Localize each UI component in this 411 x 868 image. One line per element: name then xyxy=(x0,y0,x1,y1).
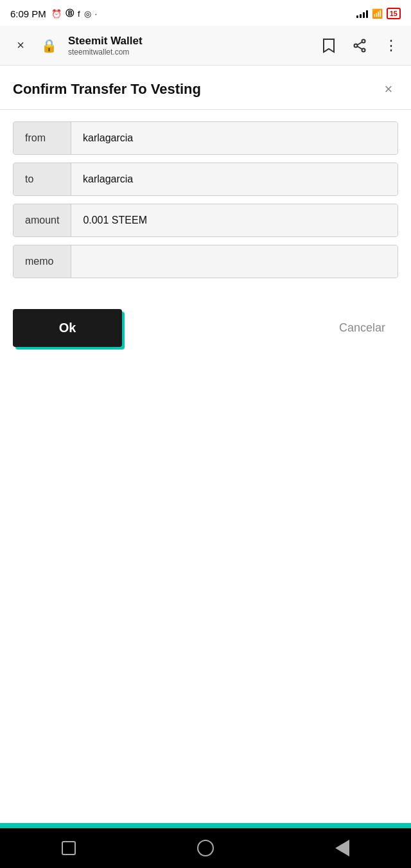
browser-title-area: Steemit Wallet steemitwallet.com xyxy=(68,35,310,57)
wifi-icon: 📶 xyxy=(372,8,383,19)
amount-value: 0.001 STEEM xyxy=(71,204,398,236)
status-bar: 6:09 PM ⏰ Ⓑ f ◎ · 📶 15 xyxy=(0,0,411,26)
bookmark-button[interactable] xyxy=(319,35,339,56)
memo-value[interactable] xyxy=(71,245,398,278)
ok-button[interactable]: Ok xyxy=(13,309,122,347)
to-value: karlagarcia xyxy=(71,163,398,195)
nav-triangle-icon xyxy=(335,840,349,856)
svg-point-1 xyxy=(362,48,365,51)
signal-bar-3 xyxy=(363,12,365,18)
dialog-close-button[interactable]: × xyxy=(379,80,398,99)
signal-bars xyxy=(356,9,368,18)
more-menu-icon: ⋮ xyxy=(384,37,398,54)
browser-chrome: × 🔒 Steemit Wallet steemitwallet.com ⋮ xyxy=(0,26,411,66)
dialog-title: Confirm Transfer To Vesting xyxy=(13,81,201,98)
browser-right-controls: ⋮ xyxy=(319,35,401,56)
status-bar-left: 6:09 PM ⏰ Ⓑ f ◎ · xyxy=(10,8,97,19)
form-area: from karlagarcia to karlagarcia amount 0… xyxy=(0,110,411,297)
from-field-row: from karlagarcia xyxy=(13,121,398,155)
browser-title: Steemit Wallet xyxy=(68,35,143,48)
nav-home-button[interactable] xyxy=(194,837,217,860)
status-bar-right: 📶 15 xyxy=(356,8,401,19)
alarm-icon: ⏰ xyxy=(51,9,62,19)
time-display: 6:09 PM xyxy=(10,8,46,19)
status-icons: ⏰ Ⓑ f ◎ · xyxy=(51,8,97,19)
button-area: Ok Cancelar xyxy=(0,297,411,360)
signal-bar-4 xyxy=(366,10,368,18)
page-spacer xyxy=(0,360,411,437)
page-content: Confirm Transfer To Vesting × from karla… xyxy=(0,66,411,437)
android-nav-bar xyxy=(0,828,411,868)
bookmark-icon xyxy=(322,38,336,53)
from-value: karlagarcia xyxy=(71,122,398,154)
nav-recent-button[interactable] xyxy=(57,837,80,860)
memo-field-row: memo xyxy=(13,245,398,278)
b-icon: Ⓑ xyxy=(66,8,74,19)
from-label: from xyxy=(13,122,71,154)
share-button[interactable] xyxy=(349,35,370,56)
cancel-button[interactable]: Cancelar xyxy=(326,315,398,341)
bottom-teal-bar xyxy=(0,823,411,828)
to-field-row: to karlagarcia xyxy=(13,163,398,196)
share-icon xyxy=(353,39,367,53)
amount-label: amount xyxy=(13,204,71,236)
svg-point-0 xyxy=(362,39,365,42)
close-button[interactable]: × xyxy=(10,35,31,56)
battery-indicator: 15 xyxy=(387,8,401,19)
browser-left-controls: × 🔒 xyxy=(10,35,59,56)
svg-point-2 xyxy=(354,44,358,47)
nav-back-button[interactable] xyxy=(331,837,354,860)
more-menu-button[interactable]: ⋮ xyxy=(380,35,401,56)
browser-subtitle: steemitwallet.com xyxy=(68,48,129,57)
facebook-icon: f xyxy=(78,9,80,19)
lock-icon: 🔒 xyxy=(39,35,59,56)
svg-line-3 xyxy=(357,42,362,45)
to-label: to xyxy=(13,163,71,195)
amount-field-row: amount 0.001 STEEM xyxy=(13,204,398,237)
dialog-header: Confirm Transfer To Vesting × xyxy=(0,66,411,110)
dot-icon: · xyxy=(95,9,98,19)
svg-line-4 xyxy=(357,46,362,49)
memo-label: memo xyxy=(13,245,71,278)
signal-bar-1 xyxy=(356,15,358,18)
nav-circle-icon xyxy=(197,840,214,856)
nav-square-icon xyxy=(62,841,76,855)
signal-bar-2 xyxy=(360,14,362,18)
instagram-icon: ◎ xyxy=(84,9,91,19)
